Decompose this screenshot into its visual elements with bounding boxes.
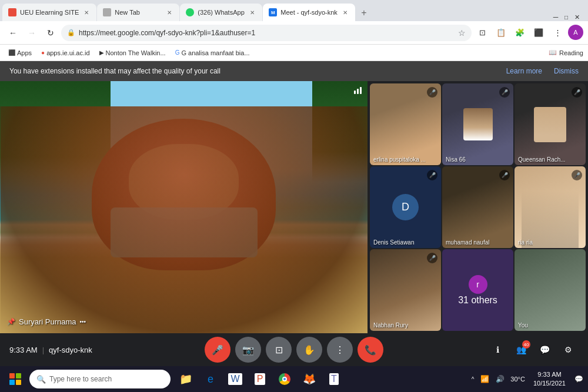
tab-newtab[interactable]: New Tab ✕ [97,4,179,21]
camera-button[interactable]: 📷 [235,337,261,363]
denis-avatar: D [392,194,419,220]
tray-chevron[interactable]: ^ [469,376,477,383]
raise-hand-button[interactable]: ✋ [296,337,322,363]
bookmark-apps[interactable]: ⬛ Apps [5,48,35,58]
taskbar-app-word[interactable]: W [223,366,247,392]
tray-volume[interactable]: 🔊 [493,374,507,384]
people-button[interactable]: 👥 40 [510,339,532,360]
taskbar-app-firefox[interactable]: 🦊 [298,366,321,392]
tab-close-2[interactable]: ✕ [165,8,173,16]
nabhan-name: Nabhan Rury [373,322,408,329]
participant-tile-denis[interactable]: D 🎤 Denis Setiawan [370,166,441,248]
queensan-name: Queensan Rach... [518,156,566,163]
reading-list-label: Reading [559,49,583,56]
taskbar-clock[interactable]: 9:33 AM 10/15/2021 [529,370,570,388]
participant-tile-queensan[interactable]: 🎤 Queensan Rach... [514,83,586,165]
denis-mute-icon: 🎤 [427,170,437,180]
participant-tile-ria[interactable]: 🎤 ria ria [514,166,586,248]
taskbar-app-teams[interactable]: T [322,366,346,392]
taskbar-app-edge[interactable]: e [199,366,222,392]
maximize-button[interactable]: □ [562,13,570,21]
pin-icon: 📌 [7,318,15,326]
refresh-button[interactable]: ↻ [42,25,59,41]
participant-tile-nisa[interactable]: 🎤 Nisa 66 [442,83,513,165]
participant-tile-muhamad[interactable]: 🎤 muhamad naufal [442,166,513,248]
taskbar-app-powerpoint[interactable]: P [248,366,272,392]
address-bar[interactable]: 🔒 https://meet.google.com/qyf-sdyo-knk?p… [61,25,472,41]
notification-button[interactable]: 💬 [572,374,586,384]
taskbar: 🔍 Type here to search 📁 e W P 🦊 [0,366,588,392]
profile-avatar[interactable]: A [568,25,583,40]
forward-button[interactable]: → [24,25,40,41]
participant-tile-others[interactable]: r 31 others [442,249,513,331]
profile-icon[interactable]: 🧩 [512,25,528,41]
browser-frame: UEU Elearning SITE ✕ New Tab ✕ (326) Wha… [0,0,588,392]
you-photo [514,249,586,331]
taskbar-search[interactable]: 🔍 Type here to search [29,370,171,388]
learn-more-link[interactable]: Learn more [506,67,542,75]
teams-icon: T [329,373,339,385]
bookmark-walkin-icon: ▶ [99,49,104,56]
participant-tile-you[interactable]: You [514,249,586,331]
tab-close-1[interactable]: ✕ [82,8,91,16]
more-button[interactable]: ⋮ [327,337,353,363]
present-button[interactable]: ⊡ [266,337,292,363]
bookmarks-icon[interactable]: 📋 [493,25,509,41]
taskbar-app-chrome[interactable] [273,366,296,392]
tab-favicon-3 [186,8,194,16]
win-tile-2 [16,373,21,378]
clock-date: 10/15/2021 [533,379,566,388]
participant-tile-erlina[interactable]: 🎤 erlina puspitaloka ... [370,83,441,165]
bookmark-star-icon[interactable]: ☆ [458,28,466,38]
bookmark-analisa[interactable]: G G analisa manfaat bia... [172,48,253,58]
minimize-button[interactable]: ─ [552,13,560,21]
bookmark-walkin-label: Nonton The Walkin... [106,49,166,56]
tab-ueuelearning[interactable]: UEU Elearning SITE ✕ [2,4,96,21]
close-button[interactable]: ✕ [573,13,581,21]
tab-whatsapp[interactable]: (326) WhatsApp ✕ [180,4,262,21]
tray-network[interactable]: 📶 [477,374,492,384]
dismiss-button[interactable]: Dismiss [554,67,579,75]
new-tab-button[interactable]: + [356,5,372,21]
tab-close-4[interactable]: ✕ [341,8,349,16]
bookmarks-bar: ⬛ Apps ● apps.ie.ui.ac.id ▶ Nonton The W… [0,45,588,61]
firefox-icon: 🦊 [303,373,316,386]
back-button[interactable]: ← [5,25,21,41]
participant-tile-nabhan[interactable]: 🎤 Nabhan Rury [370,249,441,331]
muhamad-mute-icon: 🎤 [499,170,510,180]
tab-meet[interactable]: M Meet - qyf-sdyo-knk ✕ [263,4,355,21]
taskbar-app-explorer[interactable]: 📁 [174,366,198,392]
activities-button[interactable]: ⚙ [557,339,579,360]
end-call-button[interactable]: 📞 [358,337,383,363]
meeting-details-button[interactable]: ℹ [487,339,508,360]
extensions-icon[interactable]: ⬛ [530,25,547,41]
meeting-time: 9:33 AM [9,346,38,354]
tray-temperature: 30°C [508,376,527,383]
queensan-mute-icon: 🎤 [572,87,582,98]
tab-close-3[interactable]: ✕ [248,8,256,16]
nisa-mute-icon: 🎤 [499,87,510,98]
muhamad-name: muhamad naufal [446,239,490,246]
reading-list-button[interactable]: 📖 Reading [549,49,583,56]
settings-icon[interactable]: ⋮ [549,25,566,41]
participants-row-1: 🎤 erlina puspitaloka ... 🎤 Nisa 66 🎤 Que… [370,83,586,165]
system-tray: ^ 📶 🔊 30°C 9:33 AM 10/15/2021 💬 [469,370,586,388]
word-icon: W [228,373,242,385]
start-button[interactable] [2,366,28,392]
people-count-badge: 40 [522,340,530,349]
chat-button[interactable]: 💬 [534,339,555,360]
nisa-name: Nisa 66 [446,156,466,163]
address-text: https://meet.google.com/qyf-sdyo-knk?pli… [79,29,455,37]
bookmark-appsie[interactable]: ● apps.ie.ui.ac.id [38,48,93,58]
cast-icon[interactable]: ⊡ [474,25,490,41]
others-count: 31 others [458,295,497,306]
you-name: You [518,322,528,329]
bookmark-appsie-icon: ● [41,49,45,56]
bookmark-walkin[interactable]: ▶ Nonton The Walkin... [96,48,169,58]
mute-button[interactable]: 🎤 [205,337,230,363]
clock-time: 9:33 AM [537,370,561,379]
nabhan-mute-icon: 🎤 [427,253,437,263]
tab-title-3: (326) WhatsApp [198,9,245,16]
beach-background [0,81,368,333]
meeting-controls: 🎤 📷 ⊡ ✋ ⋮ 📞 [127,337,461,363]
